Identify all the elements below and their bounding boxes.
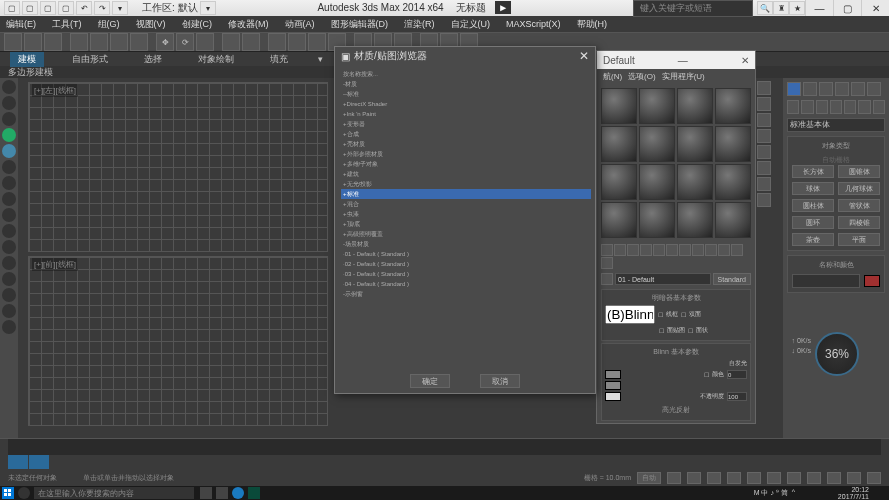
menu-grapheditors[interactable]: 图形编辑器(D) [331, 18, 389, 31]
list-item[interactable]: +建筑 [341, 169, 591, 179]
shapes-icon[interactable] [801, 100, 813, 114]
move-icon[interactable]: ✥ [156, 33, 174, 51]
tool-11[interactable] [2, 240, 16, 254]
slot-4[interactable] [715, 88, 751, 124]
list-item[interactable]: +无光/投影 [341, 179, 591, 189]
go-parent-icon[interactable] [731, 244, 743, 256]
cortana-icon[interactable] [18, 487, 30, 499]
search-icon[interactable]: 🔍 [757, 1, 773, 15]
btn-cylinder[interactable]: 圆柱体 [792, 199, 834, 212]
undo-icon[interactable]: ↶ [76, 1, 92, 15]
tool-6[interactable] [2, 160, 16, 174]
me-menu-options[interactable]: 选项(O) [628, 71, 656, 82]
viewport-bottom-left[interactable] [28, 256, 328, 426]
workspace-dropdown-icon[interactable]: ▾ [200, 1, 216, 15]
list-item[interactable]: +标准 [341, 189, 591, 199]
slot-11[interactable] [677, 164, 713, 200]
tool-5[interactable] [2, 144, 16, 158]
dropdown-icon[interactable]: ▾ [112, 1, 128, 15]
minimize-icon[interactable]: — [678, 55, 688, 66]
btn-geosphere[interactable]: 几何球体 [838, 182, 880, 195]
slot-12[interactable] [715, 164, 751, 200]
snap-icon[interactable] [268, 33, 286, 51]
key-1[interactable] [8, 455, 28, 469]
material-browser-titlebar[interactable]: ▣ 材质/贴图浏览器 ✕ [335, 47, 595, 65]
material-browser-close-icon[interactable]: ✕ [579, 49, 589, 63]
minimize-button[interactable]: — [805, 0, 833, 16]
nav-1-icon[interactable] [807, 472, 821, 484]
tool-3[interactable] [2, 112, 16, 126]
btn-sphere[interactable]: 球体 [792, 182, 834, 195]
help-search-input[interactable]: 键入关键字或短语 [633, 0, 753, 17]
save-icon[interactable]: ▢ [58, 1, 74, 15]
bind-icon[interactable] [44, 33, 62, 51]
slot-10[interactable] [639, 164, 675, 200]
viewport-label-tl[interactable]: [+][左][线框] [32, 84, 78, 97]
btn-cone[interactable]: 圆锥体 [838, 165, 880, 178]
autogrid-check[interactable]: 自动栅格 [792, 155, 880, 165]
tab-modeling[interactable]: 建模 [10, 52, 44, 67]
slot-14[interactable] [639, 202, 675, 238]
tool-1[interactable] [2, 80, 16, 94]
slot-15[interactable] [677, 202, 713, 238]
systems-icon[interactable] [873, 100, 885, 114]
refcoord-icon[interactable] [222, 33, 240, 51]
slot-7[interactable] [677, 126, 713, 162]
list-item[interactable]: +混合 [341, 199, 591, 209]
backlight-icon[interactable] [757, 97, 771, 111]
list-item[interactable]: ·01 - Default ( Standard ) [341, 249, 591, 259]
object-name-input[interactable] [792, 274, 860, 288]
list-item[interactable]: +DirectX Shader [341, 99, 591, 109]
next-frame-icon[interactable] [747, 472, 761, 484]
show-end-icon[interactable] [718, 244, 730, 256]
lights-icon[interactable] [816, 100, 828, 114]
btn-pyramid[interactable]: 四棱锥 [838, 216, 880, 229]
cpu-gauge[interactable]: 36% [815, 332, 859, 376]
browser-icon[interactable] [232, 487, 244, 499]
open-icon[interactable]: ▢ [40, 1, 56, 15]
color-check[interactable]: 颜色 [712, 370, 724, 379]
btn-box[interactable]: 长方体 [792, 165, 834, 178]
percent-snap-icon[interactable] [308, 33, 326, 51]
material-name-input[interactable] [615, 273, 711, 285]
tab-selection[interactable]: 选择 [136, 52, 170, 67]
list-item[interactable]: ·02 - Default ( Standard ) [341, 259, 591, 269]
workspace-selector[interactable]: 工作区: 默认 [142, 1, 198, 15]
angle-snap-icon[interactable] [288, 33, 306, 51]
show-map-icon[interactable] [705, 244, 717, 256]
shader-type-dropdown[interactable] [605, 305, 655, 324]
tray-volume-icon[interactable] [820, 488, 830, 498]
list-item[interactable]: -场景材质 [341, 239, 591, 249]
object-color-swatch[interactable] [864, 275, 880, 287]
list-item[interactable]: --标准 [341, 89, 591, 99]
menu-modifiers[interactable]: 修改器(M) [228, 18, 269, 31]
spacewarps-icon[interactable] [858, 100, 870, 114]
cancel-button[interactable]: 取消 [480, 374, 520, 388]
menu-customize[interactable]: 自定义(U) [451, 18, 491, 31]
close-button[interactable]: ✕ [861, 0, 889, 16]
key-mode-icon[interactable] [687, 472, 701, 484]
slot-9[interactable] [601, 164, 637, 200]
geometry-icon[interactable] [787, 100, 799, 114]
me-menu-nav[interactable]: 航(N) [603, 71, 622, 82]
helpers-icon[interactable] [844, 100, 856, 114]
viewport-top-left[interactable] [28, 82, 328, 252]
app-menu-icon[interactable]: ▢ [4, 1, 20, 15]
material-editor-titlebar[interactable]: Default — ✕ [597, 51, 755, 69]
tab-modify-icon[interactable] [803, 82, 817, 96]
list-item[interactable]: ·04 - Default ( Standard ) [341, 279, 591, 289]
assign-icon[interactable] [627, 244, 639, 256]
list-item[interactable]: +外部参照材质 [341, 149, 591, 159]
make-preview-icon[interactable] [757, 161, 771, 175]
nav-4-icon[interactable] [867, 472, 881, 484]
scale-icon[interactable] [196, 33, 214, 51]
make-unique-icon[interactable] [666, 244, 678, 256]
make-copy-icon[interactable] [653, 244, 665, 256]
put-to-lib-icon[interactable] [679, 244, 691, 256]
tool-8[interactable] [2, 192, 16, 206]
ime-indicator[interactable]: M 中 ♪ ⁹ 简 [754, 488, 788, 498]
slot-1[interactable] [601, 88, 637, 124]
list-item[interactable]: +顶/底 [341, 219, 591, 229]
list-item[interactable]: +变形器 [341, 119, 591, 129]
slot-6[interactable] [639, 126, 675, 162]
